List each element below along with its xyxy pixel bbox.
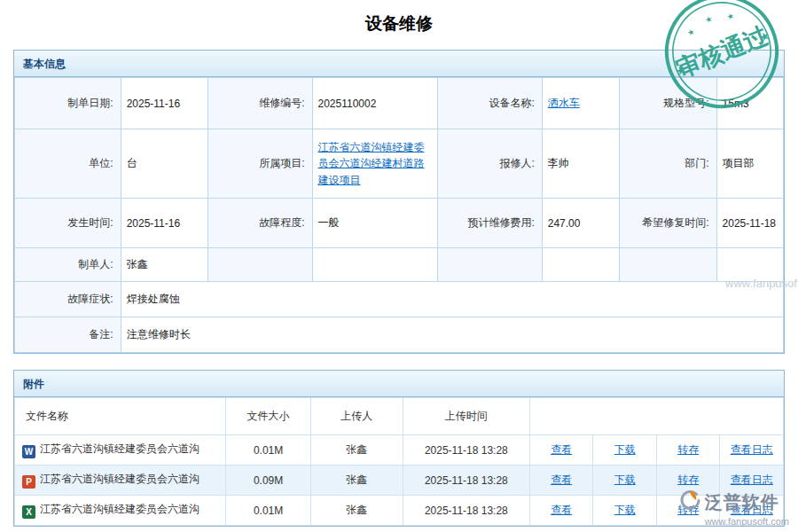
attachments-header: 附件: [14, 371, 784, 397]
view-log-link[interactable]: 查看日志: [731, 473, 773, 486]
uploader: 张鑫: [310, 466, 403, 496]
fault-symptom-label: 故障症状:: [15, 282, 121, 317]
word-file-icon: W: [22, 445, 35, 458]
uploader: 张鑫: [310, 496, 403, 526]
view-link[interactable]: 查看: [551, 473, 572, 486]
file-size: 0.01M: [226, 496, 310, 526]
brand-logo: 泛普软件 www.fanpusoft.com: [678, 489, 789, 527]
file-name: 江苏省六道沟镇经建委员会六道沟: [40, 473, 200, 485]
empty-cell: [312, 248, 437, 282]
reporter-value: 李帅: [542, 129, 620, 199]
remark-label: 备注:: [15, 317, 121, 353]
col-file-size: 文件大小: [226, 398, 310, 435]
department-value: 项目部: [716, 129, 783, 199]
project-label: 所属项目:: [207, 129, 312, 199]
basic-info-section: 基本信息 制单日期: 2025-11-16 维修编号: 2025110002 设…: [13, 50, 785, 354]
basic-info-table: 制单日期: 2025-11-16 维修编号: 2025110002 设备名称: …: [14, 77, 784, 353]
hope-fix-time-label: 希望修复时间:: [620, 199, 716, 248]
project-link[interactable]: 江苏省六道沟镇经建委员会六道沟经建村道路建设项目: [318, 139, 432, 189]
upload-time: 2025-11-18 13:28: [403, 496, 529, 526]
file-size: 0.09M: [226, 466, 310, 496]
device-name-label: 设备名称:: [437, 78, 542, 129]
view-log-link[interactable]: 查看日志: [731, 443, 773, 456]
empty-cell: [437, 248, 542, 282]
brand-name: 泛普软件: [705, 490, 779, 514]
empty-cell: [207, 248, 312, 282]
maker-value: 张鑫: [121, 248, 207, 282]
device-name-link[interactable]: 洒水车: [548, 97, 580, 109]
page: 设备维修 审核通过 ★ ★ ★ ★ ★ 基本信息 制单日期:: [0, 0, 798, 532]
download-link[interactable]: 下载: [614, 504, 636, 516]
excel-file-icon: X: [22, 505, 35, 519]
watermark-text: www.fanpusoft.com: [725, 277, 798, 290]
repair-no-label: 维修编号:: [207, 78, 312, 129]
attachments-section: 附件 文件名称 文件大小 上传人 上传时间 W江苏省六道沟镇经建委员会六道沟 0…: [13, 370, 785, 527]
col-uploader: 上传人: [310, 398, 403, 435]
download-link[interactable]: 下载: [614, 443, 636, 456]
attachments-table: 文件名称 文件大小 上传人 上传时间 W江苏省六道沟镇经建委员会六道沟 0.01…: [14, 397, 784, 526]
hope-fix-time-value: 2025-11-18: [716, 199, 783, 248]
page-title: 设备维修: [0, 0, 798, 35]
empty-cell: [620, 248, 716, 282]
spec-model-label: 规格型号:: [620, 78, 716, 129]
remark-value: 注意维修时长: [121, 317, 783, 353]
empty-cell: [542, 248, 620, 282]
download-link[interactable]: 下载: [614, 473, 636, 486]
table-row: W江苏省六道沟镇经建委员会六道沟 0.01M 张鑫 2025-11-18 13:…: [15, 435, 784, 466]
transfer-link[interactable]: 转存: [677, 473, 699, 486]
brand-url: www.fanpusoft.com: [678, 516, 789, 527]
maker-label: 制单人:: [15, 248, 121, 282]
fault-degree-value: 一般: [312, 199, 437, 248]
col-upload-time: 上传时间: [403, 398, 529, 435]
view-link[interactable]: 查看: [551, 443, 572, 456]
occur-time-label: 发生时间:: [15, 199, 121, 248]
fault-symptom-value: 焊接处腐蚀: [121, 282, 783, 317]
spec-model-value: 15m3: [716, 78, 783, 129]
basic-info-header: 基本信息: [14, 51, 784, 77]
make-date-label: 制单日期:: [15, 78, 121, 129]
ppt-file-icon: P: [22, 475, 35, 489]
table-row: P江苏省六道沟镇经建委员会六道沟 0.09M 张鑫 2025-11-18 13:…: [15, 466, 784, 496]
transfer-link[interactable]: 转存: [677, 443, 699, 456]
col-actions: [529, 398, 783, 435]
repair-no-value: 2025110002: [312, 78, 437, 129]
fanpu-logo-icon: [678, 489, 701, 515]
unit-value: 台: [121, 129, 207, 199]
upload-time: 2025-11-18 13:28: [403, 435, 529, 466]
attachments-header-row: 文件名称 文件大小 上传人 上传时间: [15, 398, 784, 435]
upload-time: 2025-11-18 13:28: [403, 466, 529, 496]
make-date-value: 2025-11-16: [121, 78, 207, 129]
uploader: 张鑫: [310, 435, 403, 466]
fault-degree-label: 故障程度:: [207, 199, 312, 248]
occur-time-value: 2025-11-16: [121, 199, 207, 248]
department-label: 部门:: [620, 129, 716, 199]
reporter-label: 报修人:: [437, 129, 542, 199]
unit-label: 单位:: [15, 129, 121, 199]
est-cost-value: 247.00: [542, 199, 620, 248]
view-link[interactable]: 查看: [551, 504, 572, 516]
col-file-name: 文件名称: [15, 398, 226, 435]
table-row: X江苏省六道沟镇经建委员会六道沟 0.01M 张鑫 2025-11-18 13:…: [15, 496, 784, 526]
est-cost-label: 预计维修费用:: [437, 199, 542, 248]
file-size: 0.01M: [226, 435, 310, 466]
file-name: 江苏省六道沟镇经建委员会六道沟: [40, 442, 200, 455]
file-name: 江苏省六道沟镇经建委员会六道沟: [40, 503, 200, 515]
